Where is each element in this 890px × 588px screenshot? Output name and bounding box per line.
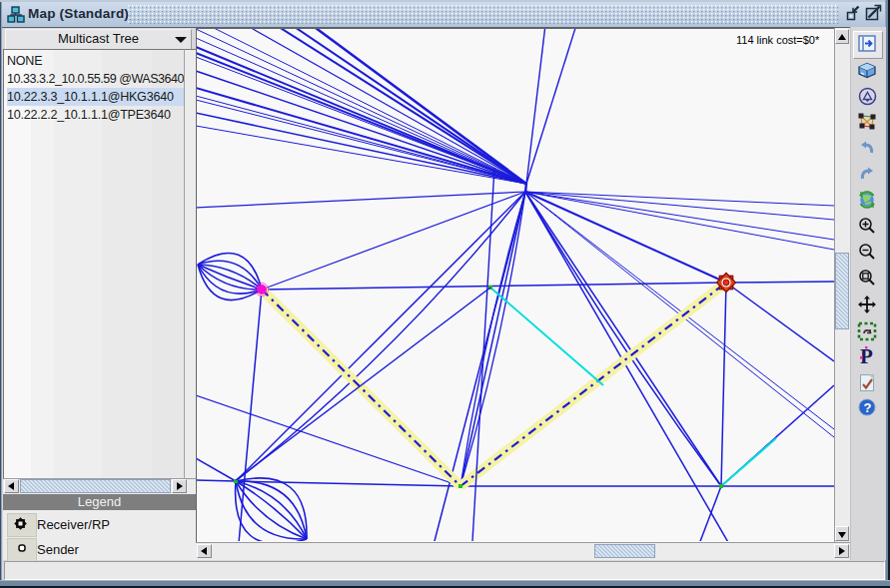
svg-text:?: ? xyxy=(863,400,871,415)
